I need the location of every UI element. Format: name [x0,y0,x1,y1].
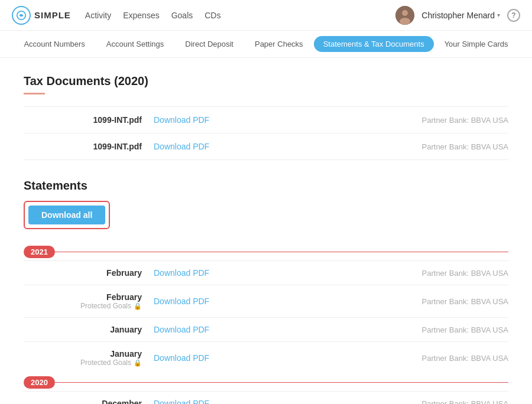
year-badge: 2021 [24,246,55,258]
partner-bank: Partner Bank: BBVA USA [422,142,508,151]
partner-bank: Partner Bank: BBVA USA [422,297,508,306]
subnav-simple-cards[interactable]: Your Simple Cards [434,31,519,57]
partner-bank: Partner Bank: BBVA USA [422,269,508,278]
table-row: January Download PDF Partner Bank: BBVA … [24,317,508,341]
nav-item-goals[interactable]: Goals [171,8,193,22]
year-line [55,382,508,383]
nav-item-activity[interactable]: Activity [85,8,111,22]
statement-month: February [24,268,142,278]
nav-item-expenses[interactable]: Expenses [123,8,159,22]
logo-text: SIMPLE [34,10,71,20]
year-divider-2021: 2021 [24,246,508,258]
nav-item-cds[interactable]: CDs [205,8,220,22]
chevron-down-icon: ▾ [497,12,500,18]
lock-icon: 🔒 [134,359,142,367]
table-row: January Protected Goals 🔒 Download PDF P… [24,341,508,374]
help-icon[interactable]: ? [507,9,520,22]
user-area: Christopher Menard ▾ ? [395,6,520,25]
statement-sub: Protected Goals 🔒 [24,302,142,310]
subnav-account-settings[interactable]: Account Settings [96,31,175,57]
month-col: February Protected Goals 🔒 [24,292,154,310]
user-name[interactable]: Christopher Menard ▾ [421,11,500,20]
statement-month: February [24,292,142,302]
statements-section: Statements Download all 2021 February Do… [24,179,508,404]
download-pdf-link[interactable]: Download PDF [154,268,422,278]
subnav-paper-checks[interactable]: Paper Checks [244,31,314,57]
table-row: February Protected Goals 🔒 Download PDF … [24,285,508,317]
subnav-statements[interactable]: Statements & Tax Documents [314,36,434,52]
table-row: 1099-INT.pdf Download PDF Partner Bank: … [24,106,508,133]
year-divider-2020: 2020 [24,376,508,389]
download-pdf-link[interactable]: Download PDF [154,353,422,363]
svg-point-2 [402,10,408,16]
table-row: December Download PDF Partner Bank: BBVA… [24,391,508,404]
avatar [395,6,414,25]
logo-icon [12,6,31,25]
subnav-account-numbers[interactable]: Account Numbers [13,31,95,57]
partner-bank: Partner Bank: BBVA USA [422,354,508,363]
download-pdf-link[interactable]: Download PDF [154,142,422,151]
table-row: 1099-INT.pdf Download PDF Partner Bank: … [24,133,508,160]
statement-month: December [24,399,142,404]
tax-documents-section: Tax Documents (2020) 1099-INT.pdf Downlo… [24,74,508,160]
download-pdf-link[interactable]: Download PDF [154,399,422,404]
year-badge: 2020 [24,376,55,389]
partner-bank: Partner Bank: BBVA USA [422,116,508,125]
download-pdf-link[interactable]: Download PDF [154,297,422,306]
statement-month: January [24,325,142,334]
statements-title: Statements [24,179,508,193]
logo[interactable]: SIMPLE [12,6,71,25]
month-col: December [24,399,154,404]
download-pdf-link[interactable]: Download PDF [154,325,422,334]
month-col: February [24,268,154,278]
tax-documents-title: Tax Documents (2020) [24,74,508,88]
download-all-button[interactable]: Download all [28,206,105,224]
partner-bank: Partner Bank: BBVA USA [422,325,508,334]
main-content: Tax Documents (2020) 1099-INT.pdf Downlo… [0,58,532,404]
month-col: January Protected Goals 🔒 [24,349,154,367]
sub-nav: Account Numbers Account Settings Direct … [0,31,532,58]
statement-sub: Protected Goals 🔒 [24,359,142,367]
statement-month: January [24,349,142,359]
section-underline [24,93,45,95]
doc-filename: 1099-INT.pdf [24,115,154,125]
svg-point-3 [400,18,410,25]
partner-bank: Partner Bank: BBVA USA [422,399,508,405]
table-row: February Download PDF Partner Bank: BBVA… [24,260,508,285]
download-pdf-link[interactable]: Download PDF [154,115,422,125]
main-nav: Activity Expenses Goals CDs [85,8,395,22]
doc-filename: 1099-INT.pdf [24,142,154,151]
month-col: January [24,325,154,334]
download-all-wrapper: Download all [24,201,110,229]
lock-icon: 🔒 [134,302,142,310]
year-line [55,252,508,252]
subnav-direct-deposit[interactable]: Direct Deposit [174,31,244,57]
top-nav: SIMPLE Activity Expenses Goals CDs Chris… [0,0,532,31]
